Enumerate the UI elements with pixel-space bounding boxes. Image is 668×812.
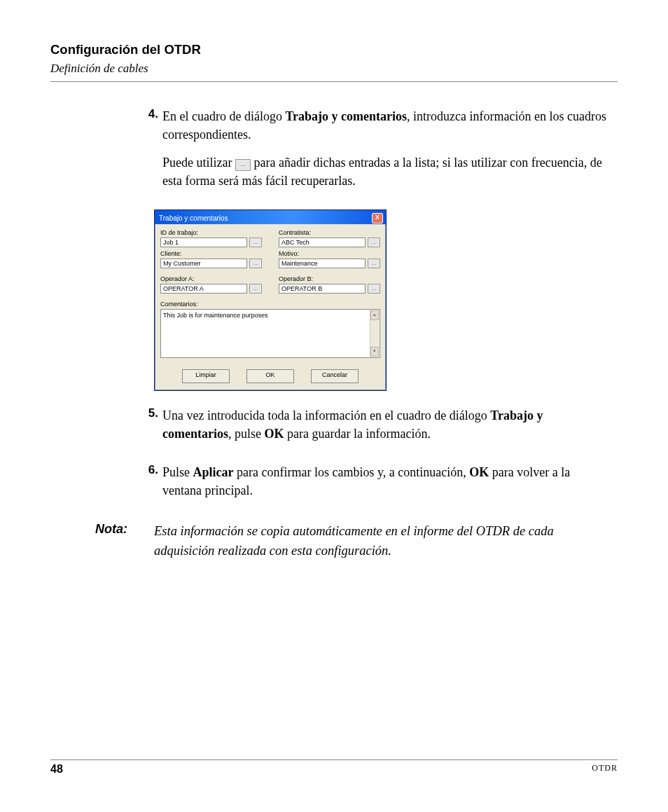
step-4-paragraph-1: En el cuadro de diálogo Trabajo y coment… bbox=[162, 107, 611, 144]
dialog-buttons: Limpiar OK Cancelar bbox=[160, 369, 380, 385]
step-6-paragraph: Pulse Aplicar para confirmar los cambios… bbox=[162, 463, 611, 500]
client-label: Cliente: bbox=[160, 250, 262, 257]
contractor-input[interactable]: ABC Tech bbox=[279, 238, 366, 247]
step-5: 5. Una vez introducida toda la informaci… bbox=[134, 406, 611, 453]
close-icon[interactable]: X bbox=[372, 213, 383, 223]
dialog-screenshot: Trabajo y comentarios X ID de trabajo: J… bbox=[154, 209, 618, 391]
dialog-body: ID de trabajo: Job 1 ... Contratista: AB… bbox=[155, 224, 386, 390]
operator-b-picker-button[interactable]: ... bbox=[368, 284, 380, 294]
operator-a-input[interactable]: OPERATOR A bbox=[160, 284, 247, 294]
note-block: Nota: Esta información se copia automáti… bbox=[95, 522, 611, 561]
note-text: Esta información se copia automáticament… bbox=[154, 522, 611, 561]
client-input[interactable]: My Customer bbox=[160, 259, 247, 268]
step-body: En el cuadro de diálogo Trabajo y coment… bbox=[162, 107, 611, 200]
product-name: OTDR bbox=[592, 763, 618, 776]
client-picker-button[interactable]: ... bbox=[249, 259, 262, 268]
scrollbar[interactable]: ▴ ▾ bbox=[370, 310, 379, 357]
step-5-paragraph: Una vez introducida toda la información … bbox=[162, 406, 611, 443]
step-body: Una vez introducida toda la información … bbox=[162, 406, 611, 453]
steps-list-2: 5. Una vez introducida toda la informaci… bbox=[134, 406, 611, 509]
scroll-up-icon[interactable]: ▴ bbox=[370, 310, 379, 320]
section-subtitle: Definición de cables bbox=[50, 62, 618, 82]
page-number: 48 bbox=[50, 763, 63, 776]
operator-a-label: Operador A: bbox=[160, 275, 262, 282]
step-4: 4. En el cuadro de diálogo Trabajo y com… bbox=[134, 107, 611, 200]
dialog-title: Trabajo y comentarios bbox=[159, 214, 228, 222]
operator-b-input[interactable]: OPERATOR B bbox=[279, 284, 366, 294]
reason-label: Motivo: bbox=[279, 250, 380, 257]
comments-label: Comentarios: bbox=[160, 301, 380, 308]
comments-textarea[interactable]: This Job is for maintenance purposes ▴ ▾ bbox=[160, 309, 380, 358]
reason-picker-button[interactable]: ... bbox=[368, 259, 380, 268]
ok-button[interactable]: OK bbox=[246, 369, 294, 383]
cancel-button[interactable]: Cancelar bbox=[311, 369, 359, 383]
job-comments-dialog: Trabajo y comentarios X ID de trabajo: J… bbox=[154, 209, 387, 391]
ellipsis-icon: ... bbox=[235, 159, 251, 171]
step-body: Pulse Aplicar para confirmar los cambios… bbox=[162, 463, 611, 509]
step-number: 4. bbox=[134, 107, 162, 121]
step-number: 6. bbox=[134, 463, 162, 477]
comments-area: This Job is for maintenance purposes ▴ ▾ bbox=[160, 309, 380, 358]
jobid-label: ID de trabajo: bbox=[160, 229, 262, 236]
note-label: Nota: bbox=[95, 522, 154, 537]
page-footer: 48 OTDR bbox=[50, 759, 618, 776]
dialog-titlebar: Trabajo y comentarios X bbox=[155, 210, 386, 224]
step-4-paragraph-2: Puede utilizar ... para añadir dichas en… bbox=[162, 153, 611, 190]
step-6: 6. Pulse Aplicar para confirmar los camb… bbox=[134, 463, 611, 509]
jobid-input[interactable]: Job 1 bbox=[160, 238, 247, 247]
page-header: Configuración del OTDR Definición de cab… bbox=[50, 42, 618, 82]
contractor-label: Contratista: bbox=[279, 229, 380, 236]
jobid-picker-button[interactable]: ... bbox=[249, 238, 262, 247]
contractor-picker-button[interactable]: ... bbox=[368, 238, 380, 247]
operator-b-label: Operador B: bbox=[279, 275, 380, 282]
scroll-down-icon[interactable]: ▾ bbox=[370, 347, 379, 357]
clear-button[interactable]: Limpiar bbox=[182, 369, 230, 383]
step-number: 5. bbox=[134, 406, 162, 420]
reason-input[interactable]: Maintenance bbox=[279, 259, 366, 268]
operator-a-picker-button[interactable]: ... bbox=[249, 284, 262, 294]
steps-list: 4. En el cuadro de diálogo Trabajo y com… bbox=[134, 107, 611, 200]
section-title: Configuración del OTDR bbox=[50, 42, 618, 57]
